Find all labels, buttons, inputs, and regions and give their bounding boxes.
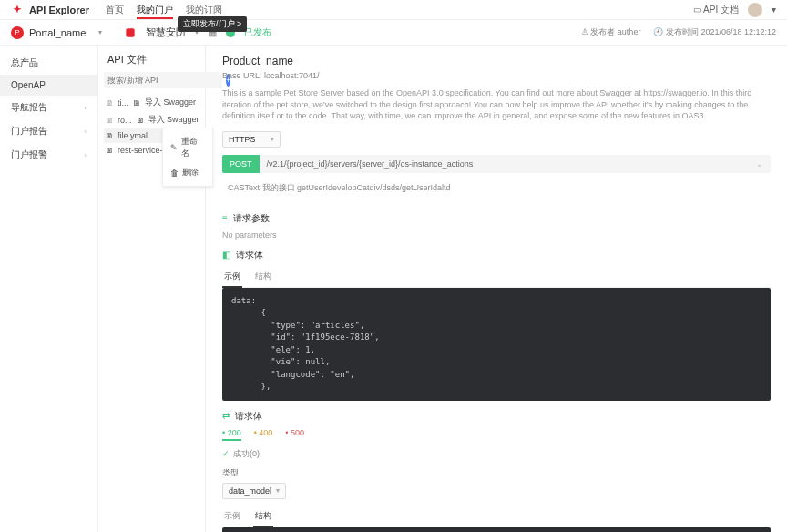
context-menu: ✎ 重命名 🗑 删除 <box>162 128 213 187</box>
brand-name: API Explorer <box>29 5 89 15</box>
code-response: data: { "type": "articles", "id": "df45e… <box>222 527 771 532</box>
scheme-select[interactable]: HTTPS▾ <box>222 131 281 148</box>
api-doc-link[interactable]: ▭ API 文档 <box>693 4 739 16</box>
respbody-icon: ⇄ <box>222 411 230 421</box>
code-request: data: { "type": "articles", "id": "1f195… <box>222 288 771 401</box>
check-icon: ✓ <box>222 449 230 458</box>
file-panel-title: API 文件 <box>104 53 199 66</box>
import-swagger-file[interactable]: 🗎ti... 🗎 导入 Swagger 文件 <box>104 94 199 111</box>
chevron-right-icon: › <box>84 104 87 112</box>
file-panel: API 文件 + 🗎ti... 🗎 导入 Swagger 文件 🗎ro... 🗎… <box>98 46 206 532</box>
ctx-rename[interactable]: ✎ 重命名 <box>163 132 212 163</box>
sidebar-item-portalreport[interactable]: 门户报告› <box>0 119 97 143</box>
chevron-down-icon: ▾ <box>276 486 280 495</box>
type-select[interactable]: data_model▾ <box>222 483 286 499</box>
http-method: POST <box>222 155 260 173</box>
publisher-label: ♙ 发布者 auther <box>581 26 641 38</box>
portal-name: Portal_name <box>29 27 86 38</box>
file-icon: 🗎 <box>106 131 114 140</box>
tab-structure[interactable]: 结构 <box>253 267 273 287</box>
api-description: CASText 我的接口 getUserIdevelopCatdiv/dsds/… <box>222 179 771 203</box>
success-label: 成功(0) <box>233 448 260 460</box>
huawei-logo-icon <box>11 4 24 16</box>
portal-badge-icon: P <box>11 26 24 39</box>
reqbody-icon: ◧ <box>222 250 230 260</box>
chevron-down-icon: ▾ <box>98 28 102 36</box>
product-description: This is a sample Pet Store Server based … <box>222 87 771 122</box>
params-icon: ≡ <box>222 213 228 223</box>
file-icon: 🗎 <box>106 116 114 125</box>
file-icon: 🗎 <box>106 98 114 107</box>
api-path: /v2.1/{project_id}/servers/{server_id}/o… <box>260 159 749 169</box>
sidebar-item-openap[interactable]: OpenAP <box>0 75 97 96</box>
chevron-right-icon: › <box>84 151 87 159</box>
type-label: 类型 <box>222 467 771 479</box>
publish-tooltip[interactable]: 立即发布/门户 > <box>178 16 247 32</box>
status-500[interactable]: • 500 <box>285 428 304 441</box>
base-url: Base URL: localhost:7041/ <box>222 71 771 80</box>
tab-structure2[interactable]: 结构 <box>253 506 273 527</box>
section-params: 请求参数 <box>233 212 270 225</box>
file-icon: 🗎 <box>106 146 114 155</box>
sidebar-item-navreport[interactable]: 导航报告› <box>0 96 97 119</box>
search-input[interactable] <box>104 72 222 88</box>
import-swagger-url[interactable]: 🗎ro... 🗎 导入 Swagger URL <box>104 111 199 128</box>
tab-example[interactable]: 示例 <box>222 267 242 288</box>
status-label: 已发布 <box>244 26 271 39</box>
sidebar-item-portalalert[interactable]: 门户报警› <box>0 143 97 167</box>
avatar[interactable] <box>748 3 762 17</box>
main-content: Product_name Base URL: localhost:7041/ T… <box>206 46 787 532</box>
chevron-right-icon: › <box>84 128 87 136</box>
publish-time: 🕘 发布时间 2021/06/18 12:12:12 <box>653 26 776 38</box>
status-200[interactable]: • 200 <box>222 428 241 441</box>
app-icon <box>124 26 137 39</box>
chevron-down-icon: ▾ <box>271 135 274 143</box>
status-400[interactable]: • 400 <box>254 428 273 441</box>
section-respbody: 请求体 <box>235 410 262 423</box>
portal-selector[interactable]: P Portal_name ▾ <box>11 26 102 39</box>
avatar-caret[interactable]: ▾ <box>772 5 776 15</box>
api-row[interactable]: POST /v2.1/{project_id}/servers/{server_… <box>222 155 771 173</box>
nav-myportal[interactable]: 我的门户 <box>137 0 173 19</box>
sidebar-item-overview[interactable]: 总产品 <box>0 51 97 75</box>
ctx-delete[interactable]: 🗑 删除 <box>163 163 212 182</box>
expand-icon[interactable]: ⌄ <box>749 159 771 169</box>
tab-example2[interactable]: 示例 <box>222 506 242 527</box>
no-params: No parameters <box>222 230 771 240</box>
nav-home[interactable]: 首页 <box>106 0 124 19</box>
sidebar: 总产品 OpenAP 导航报告› 门户报告› 门户报警› <box>0 46 98 532</box>
svg-rect-0 <box>126 28 134 36</box>
section-reqbody: 请求体 <box>236 249 263 261</box>
product-name: Product_name <box>222 55 771 67</box>
